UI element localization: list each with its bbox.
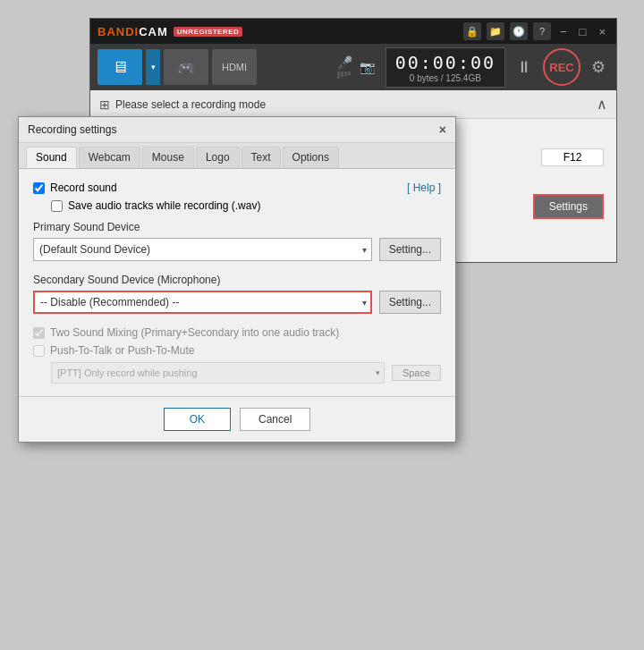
recording-settings-dialog: Recording settings × Sound Webcam Mouse … [18, 116, 456, 443]
primary-device-select-wrapper: (Default Sound Device) [33, 238, 372, 261]
dialog-title: Recording settings [28, 123, 116, 136]
storage-value: 0 bytes / 125.4GB [395, 73, 496, 83]
volume-bars [337, 72, 352, 79]
ptt-key-display: Space [392, 365, 441, 381]
record-sound-label: Record sound [50, 181, 117, 194]
close-button[interactable]: × [595, 25, 609, 38]
device-record-button[interactable]: HDMI [212, 49, 257, 85]
timer-display: 00:00:00 0 bytes / 125.4GB [386, 47, 505, 88]
vol-bar-1 [337, 72, 340, 79]
mode-dropdown-button[interactable]: ▾ [146, 49, 160, 85]
main-settings-button[interactable]: Settings [533, 194, 604, 219]
app-logo: BANDICAM [97, 25, 168, 38]
microphone-volume: 🎤 [337, 55, 352, 79]
secondary-device-select-wrapper: -- Disable (Recommended) -- [33, 291, 372, 314]
pause-button[interactable]: ⏸ [513, 55, 536, 80]
ok-button[interactable]: OK [164, 408, 231, 431]
push-to-talk-row: Push-To-Talk or Push-To-Mute [33, 344, 441, 357]
tab-mouse[interactable]: Mouse [142, 147, 194, 168]
two-sound-label: Two Sound Mixing (Primary+Secondary into… [50, 326, 339, 339]
rec-button[interactable]: REC [543, 48, 580, 86]
help-icon[interactable]: ? [533, 22, 551, 40]
minimize-button[interactable]: − [556, 25, 571, 38]
clock-icon[interactable]: 🕐 [510, 22, 528, 40]
dialog-tabs: Sound Webcam Mouse Logo Text Options [19, 143, 455, 169]
record-mode-bar: ⊞ Please select a recording mode ∧ [90, 90, 616, 119]
unregistered-badge: UNREGISTERED [174, 27, 243, 37]
grid-icon: ⊞ [99, 97, 110, 112]
mic-icon: 🎤 [337, 55, 352, 70]
tab-webcam[interactable]: Webcam [79, 147, 140, 168]
secondary-device-row: -- Disable (Recommended) -- Setting... [33, 291, 441, 314]
dialog-footer: OK Cancel [19, 396, 455, 442]
tab-logo[interactable]: Logo [196, 147, 240, 168]
vol-bar-3 [344, 72, 347, 76]
push-to-talk-label: Push-To-Talk or Push-To-Mute [50, 344, 194, 357]
hdmi-icon: HDMI [222, 62, 247, 72]
titlebar-icons: 🔒 📁 🕐 ? − □ × [463, 22, 609, 40]
screen-record-button[interactable]: 🖥 [97, 49, 142, 85]
game-record-button[interactable]: 🎮 [164, 49, 208, 85]
primary-device-section-label: Primary Sound Device [33, 221, 441, 233]
tab-sound[interactable]: Sound [26, 147, 77, 168]
record-sound-checkbox[interactable] [33, 182, 45, 194]
primary-device-row: (Default Sound Device) Setting... [33, 238, 441, 261]
folder-icon[interactable]: 📁 [487, 22, 504, 40]
gamepad-icon: 🎮 [177, 59, 195, 76]
secondary-device-select[interactable]: -- Disable (Recommended) -- [33, 291, 372, 314]
vol-bar-2 [341, 72, 343, 77]
primary-device-select[interactable]: (Default Sound Device) [33, 238, 372, 261]
main-toolbar: 🖥 ▾ 🎮 HDMI 🎤 📷 00:00: [90, 44, 616, 90]
lock-icon[interactable]: 🔒 [463, 22, 481, 40]
record-mode-text: Please select a recording mode [115, 98, 266, 111]
record-sound-row: Record sound [ Help ] [33, 181, 441, 194]
titlebar: BANDICAM UNREGISTERED 🔒 📁 🕐 ? − □ × [90, 19, 616, 44]
two-sound-row: Two Sound Mixing (Primary+Secondary into… [33, 326, 441, 339]
help-link[interactable]: [ Help ] [407, 181, 441, 194]
screen-icon: 🖥 [112, 58, 128, 77]
save-audio-checkbox[interactable] [51, 200, 63, 212]
webcam-icon[interactable]: 📷 [360, 60, 375, 74]
collapse-button[interactable]: ∧ [597, 96, 607, 113]
secondary-setting-button[interactable]: Setting... [379, 291, 441, 314]
ptt-options-row: [PTT] Only record while pushing Space [51, 362, 441, 384]
dialog-titlebar: Recording settings × [19, 117, 455, 143]
timer-value: 00:00:00 [395, 52, 496, 73]
tab-options[interactable]: Options [283, 147, 339, 168]
vol-bar-4 [348, 72, 351, 75]
push-to-talk-checkbox [33, 345, 45, 357]
dialog-options: Two Sound Mixing (Primary+Secondary into… [33, 326, 441, 384]
settings-wheel-icon[interactable]: ⚙ [588, 54, 609, 80]
two-sound-checkbox [33, 327, 45, 339]
dialog-close-button[interactable]: × [439, 122, 446, 137]
save-audio-label: Save audio tracks while recording (.wav) [68, 199, 260, 212]
ptt-select-wrapper: [PTT] Only record while pushing [51, 362, 385, 384]
timer-section: 🎤 📷 00:00:00 0 bytes / 125.4GB ⏸ REC ⚙ [337, 47, 609, 88]
hotkey-value-1: F12 [541, 148, 604, 166]
tab-text[interactable]: Text [242, 147, 281, 168]
secondary-device-section-label: Secondary Sound Device (Microphone) [33, 274, 441, 286]
primary-setting-button[interactable]: Setting... [379, 238, 441, 261]
save-audio-row: Save audio tracks while recording (.wav) [33, 199, 441, 212]
maximize-button[interactable]: □ [576, 25, 590, 38]
ptt-mode-select: [PTT] Only record while pushing [51, 362, 385, 384]
cancel-button[interactable]: Cancel [240, 408, 310, 431]
dialog-body: Record sound [ Help ] Save audio tracks … [19, 169, 455, 396]
